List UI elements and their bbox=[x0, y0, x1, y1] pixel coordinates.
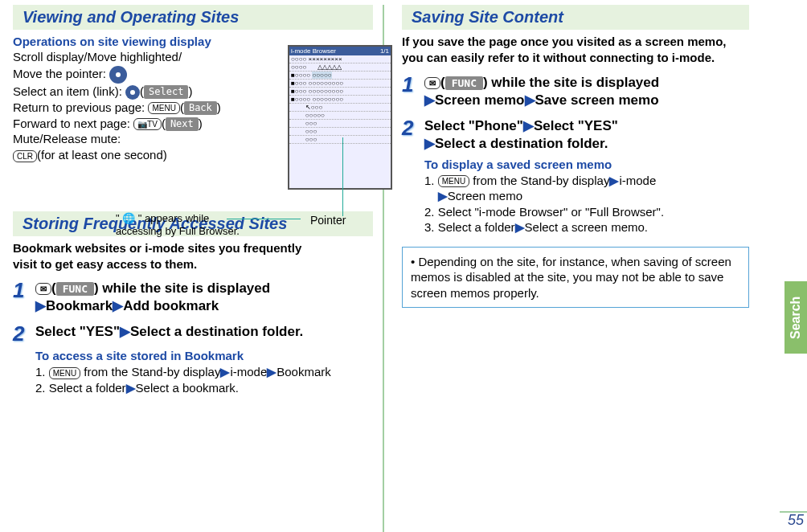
r-sub-line-1: 1. MENU from the Stand-by display▶i-mode… bbox=[424, 173, 749, 204]
section-title-saving: Saving Site Content bbox=[412, 8, 744, 27]
next-pill: Next bbox=[166, 117, 199, 131]
r-sub-line-2: 2. Select "i-mode Browser" or "Full Brow… bbox=[424, 204, 749, 220]
label-move-pointer: Move the pointer: bbox=[13, 67, 106, 80]
side-tab-search: Search bbox=[784, 281, 807, 354]
pointer-label: Pointer bbox=[310, 214, 346, 227]
right-column: Saving Site Content If you save the page… bbox=[389, 5, 759, 532]
sub-line-1: 1. MENU from the Stand-by display▶i-mode… bbox=[35, 364, 373, 380]
sub-title-access-bookmark: To access a site stored in Bookmark bbox=[35, 349, 373, 362]
label-forward-next: Forward to next page: bbox=[13, 117, 130, 130]
step1-text-c: Add bookmark bbox=[123, 298, 219, 313]
section-title: Viewing and Operating Sites bbox=[23, 8, 368, 27]
sub-title-display-memo: To display a saved screen memo bbox=[424, 158, 749, 171]
menu-key-icon: MENU bbox=[148, 102, 179, 114]
menu-key-icon-2: MENU bbox=[49, 367, 80, 379]
step2-text-b: Select a destination folder. bbox=[130, 324, 303, 339]
r-sub3b: Select a screen memo. bbox=[525, 220, 648, 234]
note-text: • Depending on the site, for instance, w… bbox=[411, 255, 731, 300]
func-pill-r: FUNC bbox=[445, 76, 483, 90]
mail-key-icon-r: ✉ bbox=[424, 77, 440, 89]
r-sub3a: 3. Select a folder bbox=[424, 220, 515, 234]
storing-intro-1: Bookmark websites or i-mode sites you fr… bbox=[13, 241, 373, 256]
mock-title: i-mode Browser bbox=[291, 47, 336, 55]
sub1c: i-mode bbox=[230, 365, 267, 379]
r-step2-c: Select a destination folder. bbox=[435, 136, 608, 151]
r-sub1d: Screen memo bbox=[448, 189, 522, 203]
label-select-item: Select an item (link): bbox=[13, 84, 122, 98]
r-step2-a: Select "Phone" bbox=[424, 118, 523, 133]
r-sub1a: 1. bbox=[424, 174, 438, 187]
dpad-icon bbox=[109, 66, 127, 84]
saving-intro-2: you can easily refer to it without conne… bbox=[402, 51, 749, 66]
r-step1-c: Save screen memo bbox=[535, 92, 659, 108]
step-number-2: 2 bbox=[13, 323, 35, 344]
full-browser-note: " 🌐 " appears while accessing by Full Br… bbox=[116, 212, 240, 237]
r-sub-line-3: 3. Select a folder▶Select a screen memo. bbox=[424, 219, 749, 235]
step-2-screenmemo: 2 Select "Phone"▶Select "YES" ▶Select a … bbox=[402, 117, 749, 153]
browser-screenshot: i-mode Browser 1/1 ○○○○ ××××××××× ○○○○ △… bbox=[288, 45, 392, 190]
step-1-screenmemo: 1 ✉(FUNC) while the site is displayed ▶S… bbox=[402, 74, 749, 109]
menu-key-icon-r: MENU bbox=[438, 175, 469, 187]
clr-key-icon: CLR bbox=[13, 150, 37, 162]
select-pill: Select bbox=[144, 85, 188, 99]
section-header-viewing: Viewing and Operating Sites bbox=[13, 5, 373, 30]
section-header-saving: Saving Site Content bbox=[402, 5, 749, 30]
saving-intro-1: If you save the page once you visited as… bbox=[402, 35, 749, 50]
sub1b: from the Stand-by display bbox=[80, 365, 220, 379]
mock-page: 1/1 bbox=[380, 47, 389, 55]
r-step2-b: Select "YES" bbox=[534, 118, 618, 133]
step-number-2-r: 2 bbox=[402, 117, 424, 138]
label-mute-hold: (for at least one second) bbox=[37, 148, 167, 162]
sub-line-2: 2. Select a folder▶Select a bookmark. bbox=[35, 380, 373, 396]
step2-text-a: Select "YES" bbox=[35, 324, 120, 339]
callout-line-fb bbox=[227, 219, 301, 219]
sub2a: 2. Select a folder bbox=[35, 381, 126, 395]
camera-tv-key-icon: 📷TV bbox=[133, 118, 162, 130]
r-step1-b: Screen memo bbox=[435, 92, 525, 108]
func-pill: FUNC bbox=[56, 282, 94, 296]
r-sub1b: from the Stand-by display bbox=[469, 174, 609, 187]
callout-line-pointer bbox=[342, 137, 343, 216]
full-browser-note-a: " 🌐 " appears while bbox=[116, 212, 209, 224]
note-box: • Depending on the site, for instance, w… bbox=[402, 247, 749, 309]
back-pill: Back bbox=[184, 101, 217, 115]
left-column: Viewing and Operating Sites Operations o… bbox=[13, 5, 383, 532]
page-number: 55 bbox=[788, 512, 804, 529]
step-number-1: 1 bbox=[13, 280, 35, 301]
center-key-icon bbox=[125, 85, 140, 100]
sub1a: 1. bbox=[35, 365, 49, 379]
label-return-prev: Return to previous page: bbox=[13, 100, 145, 114]
r-sub1c: i-mode bbox=[619, 174, 656, 187]
full-browser-note-b: accessing by Full Browser. bbox=[116, 225, 240, 237]
step-1-bookmark: 1 ✉(FUNC) while the site is displayed ▶B… bbox=[13, 280, 373, 315]
sub1d: Bookmark bbox=[277, 365, 331, 379]
step-number-1-r: 1 bbox=[402, 74, 424, 95]
r-step1-a: ) while the site is displayed bbox=[483, 75, 659, 90]
step1-text-a: ) while the site is displayed bbox=[94, 280, 270, 296]
sub2b: Select a bookmark. bbox=[136, 381, 239, 395]
step-2-bookmark: 2 Select "YES"▶Select a destination fold… bbox=[13, 323, 373, 344]
storing-intro-2: visit to get easy access to them. bbox=[13, 257, 373, 272]
mail-key-icon: ✉ bbox=[35, 283, 51, 295]
step1-text-b: Bookmark bbox=[46, 298, 113, 313]
